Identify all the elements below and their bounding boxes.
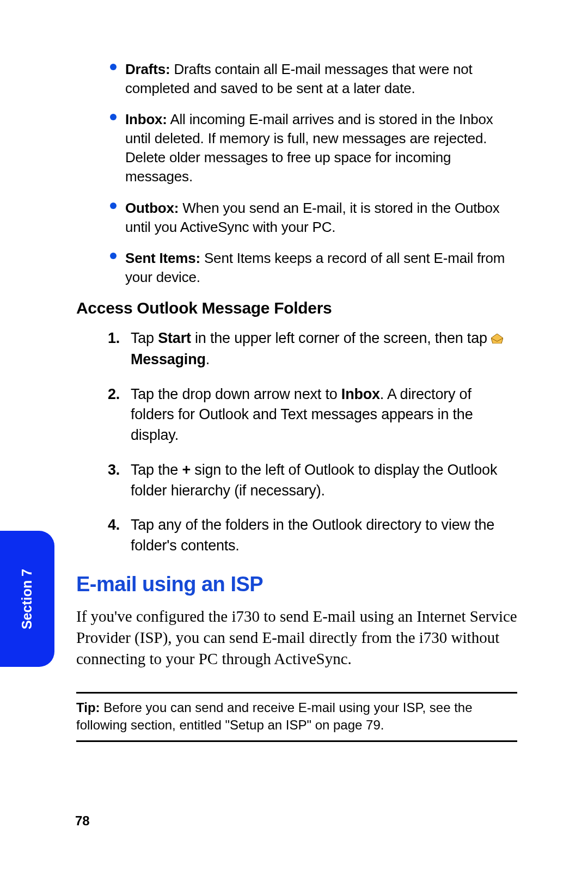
section-tab: Section 7 [0, 531, 54, 667]
tip-callout: Tip: Before you can send and receive E-m… [76, 692, 517, 743]
subheading-access-folders: Access Outlook Message Folders [76, 299, 517, 317]
body-paragraph: If you've configured the i730 to send E-… [76, 606, 517, 670]
section-tab-label: Section 7 [20, 568, 35, 629]
list-item: Drafts: Drafts contain all E-mail messag… [76, 60, 517, 98]
step-text: Tap the drop down arrow next to [131, 386, 341, 402]
messaging-icon [491, 329, 503, 349]
list-item: Outbox: When you send an E-mail, it is s… [76, 199, 517, 237]
step-text: Tap the [131, 462, 182, 478]
messaging-keyword: Messaging [131, 351, 206, 367]
folder-desc: When you send an E-mail, it is stored in… [125, 200, 500, 235]
step-number: 3. [108, 460, 120, 481]
folder-bullet-list: Drafts: Drafts contain all E-mail messag… [76, 60, 517, 287]
start-keyword: Start [158, 330, 191, 346]
folder-label: Outbox: [125, 200, 179, 216]
step-item: 4. Tap any of the folders in the Outlook… [76, 515, 517, 556]
numbered-steps: 1. Tap Start in the upper left corner of… [76, 328, 517, 556]
step-item: 3. Tap the + sign to the left of Outlook… [76, 460, 517, 501]
step-item: 1. Tap Start in the upper left corner of… [76, 328, 517, 370]
folder-desc: Drafts contain all E-mail messages that … [125, 61, 473, 96]
list-item: Sent Items: Sent Items keeps a record of… [76, 249, 517, 287]
step-number: 2. [108, 384, 120, 405]
bullet-icon [110, 203, 117, 209]
folder-label: Sent Items: [125, 250, 200, 266]
folder-desc: All incoming E-mail arrives and is store… [125, 111, 493, 185]
step-number: 1. [108, 328, 120, 349]
manual-page: Section 7 Drafts: Drafts contain all E-m… [0, 0, 588, 883]
page-content: Drafts: Drafts contain all E-mail messag… [76, 60, 517, 742]
bullet-icon [110, 114, 117, 120]
page-number: 78 [75, 813, 90, 829]
list-item: Inbox: All incoming E-mail arrives and i… [76, 110, 517, 186]
step-number: 4. [108, 515, 120, 536]
tip-label: Tip: [76, 700, 103, 715]
tip-text: Before you can send and receive E-mail u… [76, 700, 473, 732]
bullet-icon [110, 64, 117, 70]
step-item: 2. Tap the drop down arrow next to Inbox… [76, 384, 517, 446]
heading-email-isp: E-mail using an ISP [76, 573, 517, 596]
step-text: Tap any of the folders in the Outlook di… [131, 517, 494, 554]
folder-label: Inbox: [125, 111, 167, 127]
inbox-keyword: Inbox [341, 386, 380, 402]
step-text: . [206, 351, 210, 367]
folder-label: Drafts: [125, 61, 170, 77]
step-text: Tap [131, 330, 158, 346]
bullet-icon [110, 253, 117, 259]
step-text: in the upper left corner of the screen, … [191, 330, 491, 346]
plus-keyword: + [182, 462, 191, 478]
svg-marker-0 [491, 334, 503, 344]
